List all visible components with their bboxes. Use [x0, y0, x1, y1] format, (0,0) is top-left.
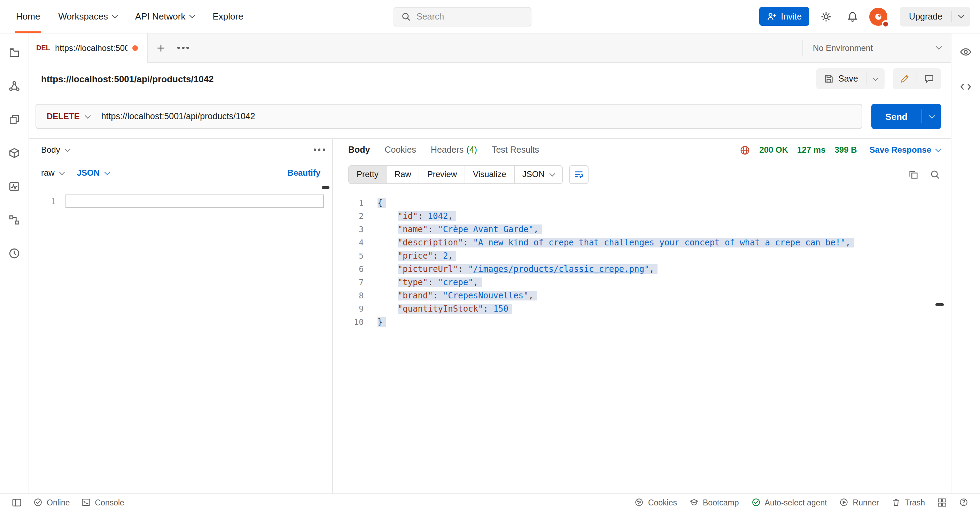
status-bar: Online Console Cookies Bootcamp Auto-sel… [0, 493, 980, 511]
rename-button[interactable] [893, 68, 916, 89]
pencil-icon [900, 74, 910, 84]
save-response-button[interactable]: Save Response [870, 145, 940, 155]
apis-icon[interactable] [5, 77, 23, 95]
picture-url-link[interactable]: /images/products/classic_crepe.png [473, 264, 644, 274]
chevron-down-icon [105, 169, 110, 175]
nav-item-workspaces[interactable]: Workspaces [49, 0, 126, 33]
search-response-button[interactable] [930, 169, 940, 179]
console-button[interactable]: Console [78, 493, 128, 511]
request-body-editor[interactable]: 1 [29, 185, 332, 493]
chevron-down-icon [929, 113, 935, 118]
request-tab[interactable]: DEL https://localhost:5001/api/products/… [29, 34, 148, 62]
online-status[interactable]: Online [30, 493, 73, 511]
response-tools [908, 169, 940, 179]
new-tab-button[interactable] [152, 39, 170, 57]
environment-quick-look-button[interactable] [957, 43, 975, 61]
code-line: 6 "pictureUrl": "/images/products/classi… [333, 262, 951, 275]
global-search[interactable] [393, 7, 531, 27]
cookies-button[interactable]: Cookies [632, 498, 681, 507]
nav-item-api-network[interactable]: API Network [126, 0, 204, 33]
view-visualize-button[interactable]: Visualize [465, 166, 515, 183]
request-section-label: Body [41, 145, 60, 155]
mock-servers-icon[interactable] [5, 144, 23, 162]
editor-scrollbar-thumb[interactable] [322, 186, 329, 189]
check-circle-icon [33, 498, 43, 507]
method-selector[interactable]: DELETE [36, 112, 101, 121]
runner-label: Runner [853, 498, 879, 506]
code-line: 3 "name": "Crèpe Avant Garde", [333, 222, 951, 236]
environment-selector[interactable]: No Environment [803, 34, 951, 62]
nav-api-network-label: API Network [135, 11, 186, 22]
trash-button[interactable]: Trash [888, 498, 929, 507]
collections-icon[interactable] [5, 43, 23, 61]
sidebar-toggle-button[interactable] [8, 493, 25, 511]
response-scrollbar-thumb[interactable] [935, 303, 944, 306]
code-token: " [644, 264, 649, 274]
flows-icon[interactable] [5, 211, 23, 229]
upgrade-button[interactable]: Upgrade [900, 6, 970, 26]
settings-gear-button[interactable] [816, 6, 836, 26]
send-options-chevron[interactable] [922, 104, 941, 129]
response-tab-headers[interactable]: Headers (4) [431, 145, 477, 155]
code-token: , [448, 251, 453, 260]
agent-selector-button[interactable]: Auto-select agent [748, 498, 830, 507]
url-input[interactable] [101, 112, 862, 121]
line-number: 9 [333, 303, 364, 313]
history-icon[interactable] [5, 244, 23, 262]
body-format-dropdown[interactable]: raw [41, 168, 64, 178]
line-number: 6 [333, 264, 364, 274]
bootcamp-button[interactable]: Bootcamp [686, 498, 743, 507]
tab-options-button[interactable] [174, 39, 192, 57]
body-language-dropdown[interactable]: JSON [77, 168, 109, 178]
nav-item-home[interactable]: Home [7, 0, 49, 33]
postman-logo-icon [873, 11, 884, 22]
beautify-button[interactable]: Beautify [287, 168, 320, 178]
search-input[interactable] [417, 12, 514, 22]
nav-workspaces-label: Workspaces [58, 11, 108, 22]
environments-icon[interactable] [5, 110, 23, 128]
code-token: : [463, 237, 473, 247]
code-line: 5 "price": 2, [333, 249, 951, 262]
copy-button[interactable] [908, 169, 919, 179]
code-token: , [473, 277, 478, 287]
code-token: , [529, 291, 533, 300]
code-snippet-button[interactable] [957, 77, 975, 96]
nav-explore-label: Explore [212, 11, 243, 22]
code-line: 1{ [333, 196, 951, 209]
notifications-bell-button[interactable] [843, 6, 862, 26]
send-button[interactable]: Send [871, 104, 921, 129]
view-pretty-button[interactable]: Pretty [349, 166, 387, 183]
code-token: "description" [398, 237, 463, 247]
save-options-chevron[interactable] [867, 78, 885, 80]
response-tab-cookies[interactable]: Cookies [385, 145, 416, 155]
monitors-icon[interactable] [5, 177, 23, 195]
response-time: 127 ms [797, 145, 826, 155]
network-globe-icon[interactable] [740, 145, 750, 155]
help-button[interactable] [956, 498, 972, 507]
cookie-icon [635, 498, 644, 507]
response-language-label: JSON [522, 169, 545, 179]
wrap-lines-button[interactable] [569, 165, 589, 184]
comments-button[interactable] [917, 68, 941, 89]
upgrade-chevron[interactable] [952, 15, 970, 18]
cookies-label: Cookies [648, 498, 677, 506]
response-tab-test-results[interactable]: Test Results [492, 145, 539, 155]
two-pane-view-button[interactable] [934, 498, 950, 507]
save-button[interactable]: Save [816, 74, 866, 84]
runner-button[interactable]: Runner [836, 498, 883, 507]
response-code[interactable]: 1{2 "id": 1042,3 "name": "Crèpe Avant Ga… [333, 187, 951, 493]
request-section-dropdown[interactable]: Body [41, 145, 70, 155]
view-raw-button[interactable]: Raw [387, 166, 420, 183]
view-preview-button[interactable]: Preview [420, 166, 465, 183]
request-more-options-button[interactable] [318, 149, 320, 151]
user-avatar[interactable] [869, 7, 887, 26]
nav-item-explore[interactable]: Explore [204, 0, 252, 33]
sidebar-toggle-icon [12, 497, 22, 507]
invite-button[interactable]: Invite [759, 7, 809, 26]
chevron-down-icon [65, 146, 71, 152]
response-language-dropdown[interactable]: JSON [515, 166, 562, 183]
response-tab-body[interactable]: Body [348, 145, 370, 155]
headers-count-badge: (4) [466, 145, 477, 155]
environment-area: No Environment [802, 34, 951, 62]
editor-active-line[interactable] [65, 195, 324, 208]
